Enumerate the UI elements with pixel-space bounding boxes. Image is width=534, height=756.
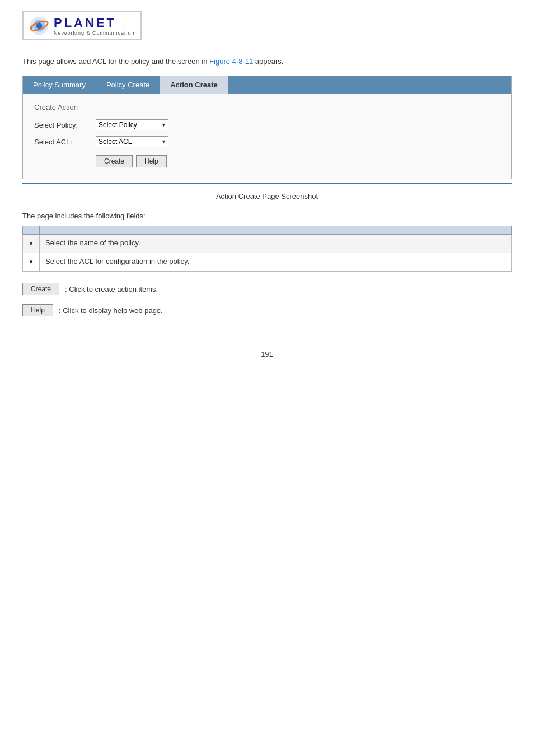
fields-intro: The page includes the following fields: — [22, 212, 512, 220]
intro-paragraph: This page allows add ACL for the policy … — [22, 57, 512, 66]
table-header-col1 — [23, 226, 40, 235]
logo-box: PLANET Networking & Communication — [22, 11, 142, 40]
logo-planet-text: PLANET — [54, 16, 135, 30]
field-description-2: Select the ACL for configuration in the … — [40, 253, 512, 272]
create-button[interactable]: Create — [96, 155, 133, 167]
planet-logo-icon — [29, 16, 49, 36]
table-header-col2 — [40, 226, 512, 235]
create-btn-desc-text: : Click to create action items. — [65, 285, 158, 293]
tab-policy-summary[interactable]: Policy Summary — [23, 76, 96, 94]
table-row: • Select the name of the policy. — [23, 235, 512, 253]
button-descriptions-section: Create : Click to create action items. H… — [22, 283, 512, 316]
select-acl-wrapper: Select ACL — [96, 136, 168, 147]
table-row: • Select the ACL for configuration in th… — [23, 253, 512, 272]
intro-text-after: appears. — [253, 57, 283, 66]
tab-action-create[interactable]: Action Create — [160, 76, 228, 94]
select-acl-row: Select ACL: Select ACL — [34, 136, 500, 147]
page-number: 191 — [22, 350, 512, 358]
select-acl-label: Select ACL: — [34, 138, 96, 146]
help-btn-desc-text: : Click to display help web page. — [59, 306, 163, 315]
table-header-row — [23, 226, 512, 235]
tab-bar: Policy Summary Policy Create Action Crea… — [22, 76, 512, 94]
bullet-cell-1: • — [23, 235, 40, 253]
select-policy-wrapper: Select Policy — [96, 119, 168, 130]
bullet-icon-2: • — [29, 256, 32, 268]
bullet-icon-1: • — [29, 238, 32, 249]
select-policy-row: Select Policy: Select Policy — [34, 119, 500, 130]
select-acl-dropdown[interactable]: Select ACL — [96, 136, 168, 147]
help-button[interactable]: Help — [136, 155, 167, 167]
select-policy-label: Select Policy: — [34, 121, 96, 129]
bullet-cell-2: • — [23, 253, 40, 272]
logo-text-area: PLANET Networking & Communication — [54, 16, 135, 36]
help-btn-desc-row: Help : Click to display help web page. — [22, 304, 512, 316]
help-btn-label: Help — [22, 304, 53, 316]
logo-area: PLANET Networking & Communication — [22, 11, 512, 40]
form-buttons-row: Create Help — [96, 155, 500, 167]
intro-text-before: This page allows add ACL for the policy … — [22, 57, 209, 66]
section-title: Create Action — [34, 103, 500, 111]
create-btn-label: Create — [22, 283, 59, 295]
blue-divider — [22, 183, 512, 184]
tab-policy-create[interactable]: Policy Create — [96, 76, 160, 94]
select-policy-dropdown[interactable]: Select Policy — [96, 119, 168, 130]
svg-point-2 — [36, 23, 43, 29]
field-description-1: Select the name of the policy. — [40, 235, 512, 253]
fields-table: • Select the name of the policy. • Selec… — [22, 226, 512, 272]
create-btn-desc-row: Create : Click to create action items. — [22, 283, 512, 295]
logo-sub-text: Networking & Communication — [54, 30, 135, 36]
form-panel: Create Action Select Policy: Select Poli… — [22, 94, 512, 179]
caption: Action Create Page Screenshot — [22, 192, 512, 200]
figure-link[interactable]: Figure 4-8-11 — [209, 57, 253, 66]
